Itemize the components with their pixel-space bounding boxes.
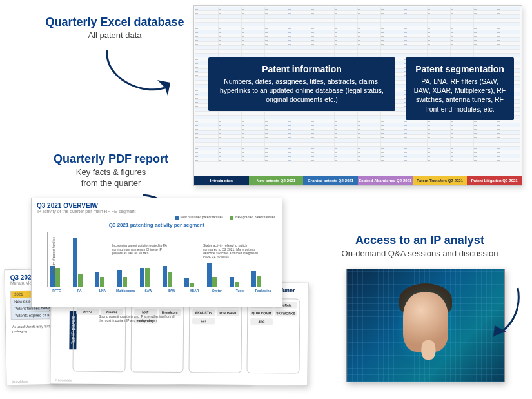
- bar: [78, 274, 83, 287]
- excel-tab[interactable]: Expired-Abandoned Q2-2021: [358, 176, 413, 185]
- chart-x-labels: RFFEPALNAMultiplexersSAWBAWXBARSwitchTun…: [47, 289, 273, 292]
- chart-ylabel: Quantity of patent families: [52, 237, 55, 274]
- company-logo: QUALCOMM: [250, 310, 273, 316]
- analyst-image: [346, 269, 505, 382]
- x-tick-label: SAW: [139, 289, 158, 292]
- bar: [55, 268, 60, 287]
- chart-title: Q3 2021 patenting activity per segment: [32, 222, 282, 228]
- patent-segmentation-overlay: Patent segmentation PA, LNA, RF filters …: [406, 57, 514, 120]
- excel-callout-sub: All patent data: [44, 30, 186, 40]
- company-logo: nsi: [192, 318, 215, 324]
- analyst-callout: Access to an IP analyst On-demand Q&A se…: [323, 234, 517, 258]
- bar: [163, 266, 167, 286]
- pdf-callout-sub2: from the quarter: [40, 178, 182, 188]
- bar: [73, 238, 77, 286]
- pdf-slide-chart: Q3 2021 OVERVEIW IP activity of the quar…: [31, 198, 282, 307]
- bar: [230, 277, 234, 286]
- slide-header: Q3 2021 OVERVEIW: [32, 198, 282, 209]
- x-tick-label: Tuner: [231, 289, 250, 292]
- slide-subheader: IP activity of the quarter per main RF F…: [32, 209, 282, 215]
- arrow-icon: [102, 46, 173, 105]
- legend-item: New published patent families: [181, 215, 223, 219]
- excel-tab[interactable]: New patents Q2-2021: [249, 176, 304, 185]
- pdf-report-stack: Q3 2021 Murata Manufacturing 2021 New pa…: [5, 198, 302, 391]
- x-tick-label: BAW: [162, 289, 181, 292]
- pdf-callout: Quarterly PDF report Key facts & figures…: [40, 152, 182, 188]
- x-tick-label: Packaging: [253, 289, 273, 292]
- x-tick-label: Multiplexers: [116, 289, 135, 292]
- x-tick-label: LNA: [93, 289, 112, 292]
- x-tick-label: PA: [70, 289, 90, 292]
- excel-tab[interactable]: Patent Transfers Q2-2021: [413, 176, 468, 185]
- analyst-hand-shape: [421, 340, 435, 360]
- arrow-icon: [492, 284, 524, 342]
- overlay-body: PA, LNA, RF filters (SAW, BAW, XBAR, Mul…: [413, 77, 506, 114]
- logo-column: OPPOmuRataQUALCOMMSKYWORKSJRC: [246, 298, 300, 374]
- excel-tab[interactable]: Patent Litigation Q2-2021: [467, 176, 522, 185]
- x-tick-label: Switch: [208, 289, 227, 292]
- bar: [251, 271, 256, 287]
- analyst-sub: On-demand Q&A sessions and discussion: [323, 249, 517, 258]
- slide-footer: KnowMade: [55, 378, 72, 382]
- bar: [140, 268, 144, 287]
- bar: [184, 278, 189, 287]
- excel-tab[interactable]: Granted patents Q2-2021: [303, 176, 358, 185]
- company-logo: SKYWORKS: [275, 310, 297, 316]
- chart-annotation: Stable activity related to switch compar…: [203, 243, 261, 259]
- company-logo: RESONANT: [217, 310, 239, 316]
- excel-callout: Quarterly Excel database All patent data: [44, 15, 186, 40]
- bar: [212, 277, 217, 286]
- bar: [95, 272, 99, 287]
- company-logo: JRC: [250, 318, 273, 325]
- bar: [257, 276, 261, 287]
- bar: [100, 277, 104, 286]
- x-tick-label: RFFE: [47, 289, 66, 292]
- bar: [207, 263, 212, 286]
- bar: [145, 268, 150, 287]
- company-logo: OPPO: [76, 309, 99, 315]
- analyst-title: Access to an IP analyst: [323, 234, 517, 247]
- chart-annotation: Increasing patent activity related to PA…: [112, 243, 170, 255]
- bar: [190, 283, 194, 287]
- x-tick-label: XBAR: [185, 289, 204, 292]
- overlay-title: Patent segmentation: [413, 64, 506, 74]
- bar: [117, 270, 122, 287]
- legend-item: New granted patent families: [235, 215, 275, 219]
- bar: [168, 272, 172, 287]
- logo-column: QUALCOMMTAIYO YUDENAKOUSTISRESONANTnsi: [188, 298, 242, 373]
- overlay-body: Numbers, dates, assignees, titles, abstr…: [216, 77, 388, 105]
- excel-sheet-tabs: Introduction New patents Q2-2021 Granted…: [194, 176, 522, 185]
- excel-callout-title: Quarterly Excel database: [44, 15, 186, 29]
- pdf-callout-sub1: Key facts & figures: [40, 167, 182, 177]
- bar-chart: Quantity of patent families Increasing p…: [47, 232, 273, 287]
- pdf-callout-title: Quarterly PDF report: [40, 152, 182, 166]
- patent-information-overlay: Patent information Numbers, dates, assig…: [208, 57, 395, 111]
- bar: [123, 277, 127, 286]
- chart-annotation: Strong patenting activity and IP strengt…: [99, 314, 176, 322]
- logo-column: SAMSUNGvivoOPPOXiaomi: [72, 297, 126, 373]
- chart-legend: New published patent families New grante…: [32, 215, 282, 220]
- excel-tab[interactable]: Introduction: [194, 176, 249, 185]
- company-logo: AKOUSTIS: [192, 309, 215, 316]
- bar: [235, 282, 239, 287]
- slide-footer: KnowMade: [12, 380, 28, 384]
- logo-column: SKYWORKSQorvoNXPBroadcomSumyoung: [130, 297, 184, 373]
- overlay-title: Patent information: [216, 64, 388, 74]
- excel-database-thumbnail: ————————————————————————————————————————…: [193, 5, 522, 186]
